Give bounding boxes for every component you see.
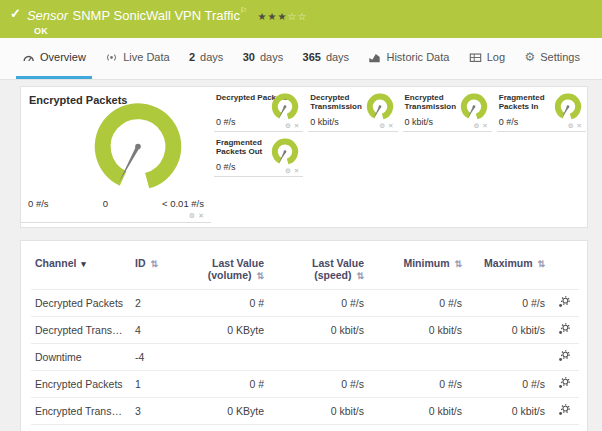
mini-gauge-dial [551,92,585,123]
column-header-last-value-volume[interactable]: Last Value (volume) ⇅ [173,247,268,290]
mini-gauge-dial [457,92,491,123]
priority-stars[interactable]: ★★★☆☆ [258,11,308,22]
main-gauge-dial [85,97,191,189]
historic-data-icon [368,51,381,64]
mini-gauge-card[interactable]: Decrypted Transmission 0 kbit/s ⚙ ✕ [308,90,397,132]
tab-365-days[interactable]: 365 days [297,38,356,79]
tab-live-data[interactable]: Live Data [99,38,175,79]
tab-historic-data[interactable]: Historic Data [362,38,455,79]
gauge-close-icon[interactable]: ✕ [388,122,393,130]
mini-gauge-card[interactable]: Fragmented Packets In 0 #/s ⚙ ✕ [497,90,586,132]
edit-channel-icon [558,296,570,308]
channel-maximum: 0 #/s [466,290,549,317]
channel-name: Downtime [31,344,131,371]
channel-minimum [368,344,466,371]
channel-last-value-volume: 0 # [173,425,268,431]
mini-gauge-dial [268,137,302,168]
tab-2-days[interactable]: 2 days [183,38,229,79]
status-badge: OK [34,26,592,36]
flag-icon: ⚐ [240,6,247,15]
sensor-kind-label: Sensor [27,8,68,23]
column-header-id[interactable]: ID ⇅ [131,247,173,290]
gauge-max-label: < 0.01 #/s [162,198,204,209]
channel-id: -4 [131,344,173,371]
settings-icon: ⚙ [524,51,535,63]
channel-last-value-speed: 0 kbit/s [268,398,368,425]
tab-log[interactable]: Log [463,38,511,79]
channel-maximum: 0 #/s [466,371,549,398]
channels-table-panel: Channel ▾ ID ⇅ Last Value (volume) ⇅ Las… [20,240,588,431]
mini-gauge-value: 0 kbit/s [405,117,434,127]
channel-row: Downtime -4 [31,344,579,371]
channel-id: 1 [131,371,173,398]
channel-last-value-speed: 0 #/s [268,290,368,317]
gauge-icon [22,51,35,64]
tab-label: Log [487,51,505,63]
channel-row: Encrypted Transmi... 3 0 KByte 0 kbit/s … [31,398,579,425]
edit-channel-icon [558,350,570,362]
column-header-last-value-speed[interactable]: Last Value (speed) ⇅ [268,247,368,290]
gauge-settings-icon[interactable]: ⚙ [285,122,291,130]
channel-maximum [466,344,549,371]
channel-edit-button[interactable] [549,371,579,398]
gauge-close-icon[interactable]: ✕ [198,212,204,220]
channel-name: Encrypted Packets [31,371,131,398]
main-gauge-card[interactable]: Encrypted Packets 0 #/s 0 < 0.01 #/s ⚙ ✕ [21,87,211,223]
channel-id: 4 [131,317,173,344]
mini-gauge-grid: Decrypted Packets 0 #/s ⚙ ✕ Decrypted Tr… [214,90,586,177]
channel-edit-button[interactable] [549,290,579,317]
status-check-icon: ✓ [10,6,21,21]
channel-minimum: 0 kbit/s [368,398,466,425]
mini-gauge-card[interactable]: Encrypted Transmission 0 kbit/s ⚙ ✕ [403,90,492,132]
mini-gauge-card[interactable]: Fragmented Packets Out 0 #/s ⚙ ✕ [214,135,303,177]
gauge-close-icon[interactable]: ✕ [482,122,487,130]
tab-30-days[interactable]: 30 days [237,38,290,79]
channel-last-value-volume: 0 KByte [173,398,268,425]
tab-number: 30 [243,51,255,63]
channel-minimum: 0 #/s [368,425,466,431]
stars-empty[interactable]: ☆☆ [287,11,307,22]
gauge-current-value: 0 [103,198,108,209]
tab-label: Overview [40,51,86,63]
gauge-min-label: 0 #/s [28,198,49,209]
tab-settings[interactable]: ⚙ Settings [518,38,586,79]
channel-minimum: 0 #/s [368,371,466,398]
gauge-close-icon[interactable]: ✕ [577,122,582,130]
gauge-settings-icon[interactable]: ⚙ [189,212,195,220]
gauge-close-icon[interactable]: ✕ [294,122,299,130]
edit-channel-icon [558,377,570,389]
tab-bar: Overview Live Data 2 days 30 days 365 da… [0,38,602,80]
gauge-settings-icon[interactable]: ⚙ [379,122,385,130]
table-header-row: Channel ▾ ID ⇅ Last Value (volume) ⇅ Las… [31,247,579,290]
channel-edit-button[interactable] [549,398,579,425]
channel-row: Encrypted Packets 1 0 # 0 #/s 0 #/s 0 #/… [31,371,579,398]
channel-last-value-volume: 0 # [173,371,268,398]
channel-maximum: 0 kbit/s [466,398,549,425]
channel-maximum: 0 kbit/s [466,317,549,344]
channel-edit-button[interactable] [549,317,579,344]
stars-filled[interactable]: ★★★ [258,11,288,22]
channel-edit-button[interactable] [549,425,579,431]
mini-gauge-card[interactable]: Decrypted Packets 0 #/s ⚙ ✕ [214,90,303,132]
channel-maximum: 0 #/s [466,425,549,431]
channel-edit-button[interactable] [549,344,579,371]
column-header-actions [549,247,579,290]
gauge-close-icon[interactable]: ✕ [294,167,299,175]
sort-icon: ⇅ [356,271,364,281]
gauge-settings-icon[interactable]: ⚙ [568,122,574,130]
channel-minimum: 0 #/s [368,290,466,317]
mini-gauge-value: 0 #/s [216,162,236,172]
gauge-settings-icon[interactable]: ⚙ [473,122,479,130]
tab-number: 2 [189,51,195,63]
channel-last-value-speed: 0 #/s [268,425,368,431]
edit-channel-icon [558,404,570,416]
tab-overview[interactable]: Overview [16,38,92,79]
mini-gauge-dial [363,92,397,123]
mini-gauge-value: 0 #/s [216,117,236,127]
channel-last-value-speed: 0 #/s [268,371,368,398]
column-header-maximum[interactable]: Maximum ⇅ [466,247,549,290]
column-header-channel[interactable]: Channel ▾ [31,247,131,290]
column-header-minimum[interactable]: Minimum ⇅ [368,247,466,290]
mini-gauge-value: 0 #/s [499,117,519,127]
gauge-settings-icon[interactable]: ⚙ [285,167,291,175]
